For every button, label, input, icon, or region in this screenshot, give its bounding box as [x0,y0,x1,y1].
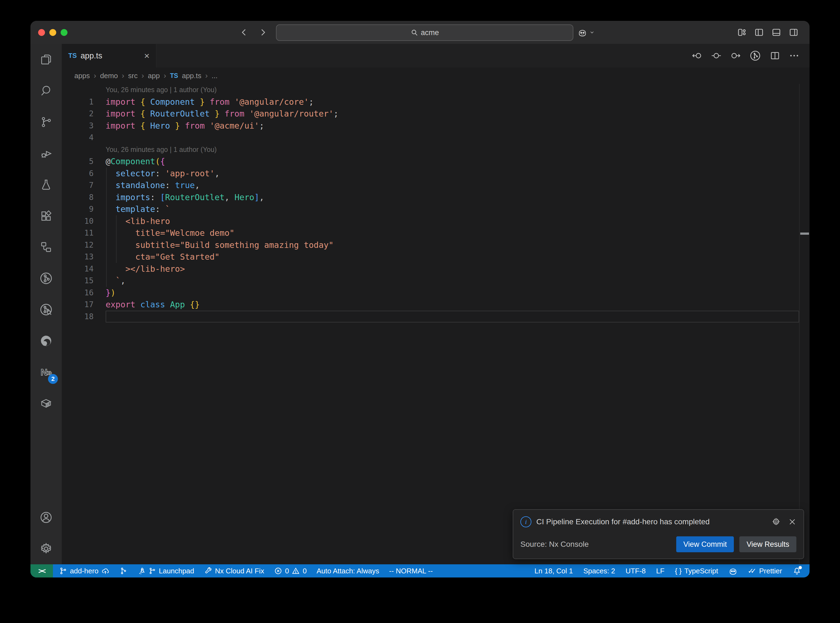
current-change-icon[interactable] [711,50,722,61]
git-branch-icon [148,567,156,575]
code-line[interactable]: 7 standalone: true, [62,180,809,192]
edge-tools-icon[interactable] [31,325,62,356]
command-center-search[interactable]: acme [276,25,573,41]
language-item[interactable]: { } TypeScript [675,567,718,575]
wrench-icon [204,567,212,575]
zoom-window-button[interactable] [61,29,68,36]
indent-guide [106,167,107,287]
nx-console-icon[interactable]: N» 2 [31,356,62,388]
blame-row[interactable]: You, 26 minutes ago | 1 author (You) [62,84,809,96]
code-token: import [106,109,135,118]
breadcrumb-item[interactable]: app [148,72,160,80]
code-line[interactable]: 6 selector: 'app-root', [62,167,809,180]
settings-gear-icon[interactable] [31,533,62,564]
line-content: import { Hero } from '@acme/ui'; [106,120,809,132]
testing-icon[interactable] [31,169,62,200]
remote-indicator[interactable]: >< [31,564,53,577]
launchpad-item[interactable]: Launchpad [137,567,194,575]
run-debug-icon[interactable] [31,138,62,169]
scroll-marker [800,233,809,235]
toast-close-icon[interactable] [788,518,796,526]
code-token: from [225,109,244,118]
code-line[interactable]: 14 ></lib-hero> [62,263,809,275]
forward-arrow-icon[interactable] [258,28,267,37]
commit-graph-icon[interactable] [749,50,761,62]
toast-settings-gear-icon[interactable] [772,517,780,526]
code-token: {} [190,300,200,309]
code-line[interactable]: 18 [62,311,809,323]
toggle-panel-icon[interactable] [771,28,781,37]
problems-item[interactable]: 0 0 [274,567,307,575]
breadcrumb-item[interactable]: demo [100,72,118,80]
code-token: '@acme/ui' [210,121,259,130]
copilot-status-item[interactable] [729,566,737,575]
nx-cloud-fix-item[interactable]: Nx Cloud AI Fix [204,567,264,575]
view-results-button[interactable]: View Results [739,536,796,552]
accounts-icon[interactable] [31,502,62,533]
explorer-icon[interactable] [31,44,62,75]
containers-icon[interactable] [31,388,62,419]
code-token: } [175,121,180,130]
gitlens-inspect-icon[interactable] [31,294,62,325]
view-commit-button[interactable]: View Commit [676,536,734,552]
vim-mode-item[interactable]: -- NORMAL -- [389,567,433,575]
eol-item[interactable]: LF [656,567,665,575]
previous-change-icon[interactable] [692,50,703,61]
copilot-menu[interactable] [578,21,595,44]
code-token: Component [150,97,195,107]
code-line[interactable]: 5@Component({ [62,155,809,167]
close-tab-icon[interactable]: × [144,51,149,60]
toast-body: Source: Nx Console View Commit View Resu… [521,534,796,555]
code-line[interactable]: 4 [62,132,809,144]
minimize-window-button[interactable] [49,29,56,36]
code-line[interactable]: 10 <lib-hero [62,215,809,227]
extensions-icon[interactable] [31,200,62,232]
tab-app-ts[interactable]: TS app.ts × [62,44,157,68]
cursor-position-item[interactable]: Ln 18, Col 1 [534,567,573,575]
blame-row[interactable]: You, 26 minutes ago | 1 author (You) [62,144,809,156]
toggle-secondary-sidebar-icon[interactable] [789,28,799,37]
back-arrow-icon[interactable] [240,28,249,37]
code-editor[interactable]: You, 26 minutes ago | 1 author (You)1imp… [62,84,809,564]
customize-layout-icon[interactable] [737,28,747,37]
overview-ruler[interactable] [799,84,809,564]
code-line[interactable]: 11 title="Welcmoe demo" [62,227,809,239]
formatter-item[interactable]: ✓✓ Prettier [748,567,782,575]
more-actions-icon[interactable] [789,50,800,61]
split-editor-icon[interactable] [769,50,780,61]
breadcrumb-tail[interactable]: ... [212,72,218,80]
code-line[interactable]: 16}) [62,287,809,299]
code-line[interactable]: 3import { Hero } from '@acme/ui'; [62,120,809,132]
source-control-icon[interactable] [31,106,62,138]
encoding-item[interactable]: UTF-8 [625,567,646,575]
code-token: , [195,180,200,190]
breadcrumb-item[interactable]: apps [74,72,90,80]
code-token [135,121,140,130]
code-line[interactable]: 12 subtitle="Build something amazing tod… [62,239,809,251]
code-line[interactable]: 9 template: ` [62,203,809,215]
indentation-item[interactable]: Spaces: 2 [584,567,615,575]
gitlens-icon[interactable] [31,263,62,294]
breadcrumb-item[interactable]: src [128,72,138,80]
code-line[interactable]: 17export class App {} [62,299,809,311]
commit-graph-item[interactable] [119,567,127,575]
code-line[interactable]: 15 `, [62,275,809,287]
code-line[interactable]: 13 cta="Get Started" [62,251,809,263]
close-window-button[interactable] [38,29,45,36]
code-line[interactable]: 1import { Component } from '@angular/cor… [62,96,809,108]
rocket-icon [137,567,146,575]
code-line[interactable]: 2import { RouterOutlet } from '@angular/… [62,108,809,120]
code-line[interactable]: 8 imports: [RouterOutlet, Hero], [62,192,809,204]
code-token: subtitle="Build something amazing today" [106,240,333,250]
notifications-bell-item[interactable] [792,566,801,575]
search-view-icon[interactable] [31,75,62,106]
next-change-icon[interactable] [730,50,741,61]
line-content: selector: 'app-root', [106,167,809,180]
toggle-primary-sidebar-icon[interactable] [754,28,764,37]
line-number: 16 [62,288,106,297]
references-view-icon[interactable] [31,232,62,263]
code-rows: You, 26 minutes ago | 1 author (You)1imp… [62,84,809,322]
auto-attach-item[interactable]: Auto Attach: Always [316,567,379,575]
branch-item[interactable]: add-hero [59,567,109,575]
breadcrumb-item[interactable]: app.ts [182,72,201,80]
